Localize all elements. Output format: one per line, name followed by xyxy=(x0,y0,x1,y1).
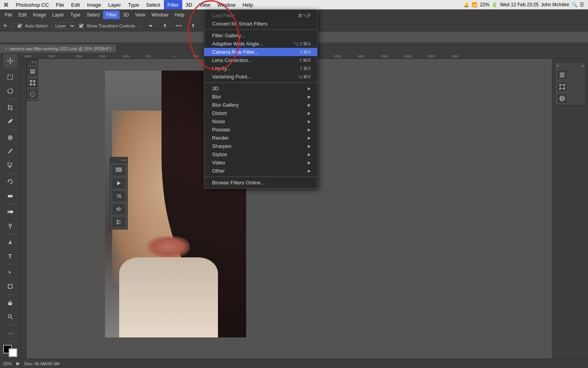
notification-icon: 🔔 xyxy=(463,2,469,7)
rectangular-marquee-tool[interactable] xyxy=(3,71,17,84)
menu-item-adaptive-wide[interactable]: Adaptive Wide Angle... ⌥⇧⌘A xyxy=(204,40,317,48)
svg-text:1000: 1000 xyxy=(122,55,129,58)
mac-menu-view[interactable]: View xyxy=(196,0,214,9)
ps-menu-layer[interactable]: Layer xyxy=(49,11,67,19)
ps-menu-3d[interactable]: 3D xyxy=(120,11,132,19)
menu-item-vanishing-point[interactable]: Vanishing Point... ⌥⌘V xyxy=(204,73,317,81)
mac-menu-layer[interactable]: Layer xyxy=(105,0,125,9)
mac-menu-edit[interactable]: Edit xyxy=(68,0,83,9)
align-left-icon[interactable]: ⬌ xyxy=(145,20,156,31)
brush-tool[interactable] xyxy=(3,145,17,158)
svg-rect-76 xyxy=(564,88,565,89)
mac-menu-filter[interactable]: Filter xyxy=(164,0,182,9)
ps-menu-window[interactable]: Window xyxy=(149,11,172,19)
extra-tools[interactable]: ⋯ xyxy=(3,327,17,340)
info-panel-icon[interactable]: i xyxy=(27,89,38,99)
mac-menu-photoshop[interactable]: Photoshop CC xyxy=(12,0,53,9)
filter-dropdown-menu[interactable]: Last Filter ⌘⌥F Convert for Smart Filter… xyxy=(204,9,318,189)
mac-menu-type[interactable]: Type xyxy=(125,0,143,9)
menu-item-pixelate[interactable]: Pixelate ▶ xyxy=(204,126,317,134)
apple-menu[interactable]: ⌘ xyxy=(0,0,12,9)
search-icon[interactable]: 🔍 xyxy=(572,2,577,7)
auto-select-dropdown[interactable]: Layer Group xyxy=(52,22,76,29)
menu-item-last-filter[interactable]: Last Filter ⌘⌥F xyxy=(204,11,317,20)
mac-menu-select[interactable]: Select xyxy=(143,0,164,9)
ps-menu-file[interactable]: File xyxy=(2,11,15,19)
show-transform-checkbox[interactable] xyxy=(79,24,83,28)
dodge-tool[interactable] xyxy=(3,219,17,232)
tab-close-btn[interactable]: × xyxy=(5,46,7,51)
hand-tool[interactable] xyxy=(3,297,17,310)
mac-menu-image[interactable]: Image xyxy=(83,0,105,9)
adjustments-icon[interactable] xyxy=(557,82,568,92)
menu-item-video[interactable]: Video ▶ xyxy=(204,158,317,167)
blur-label: Blur xyxy=(212,94,221,100)
menu-item-lens-correction[interactable]: Lens Correction... ⇧⌘R xyxy=(204,56,317,64)
menu-item-camera-raw[interactable]: Camera Raw Filter... ⇧⌘A xyxy=(204,48,317,56)
sound-icon[interactable] xyxy=(112,203,126,215)
gradient-tool[interactable] xyxy=(3,206,17,219)
align-right-icon[interactable]: ⟺ xyxy=(173,20,184,31)
play-action-icon[interactable] xyxy=(112,177,126,189)
ps-menu-view[interactable]: View xyxy=(132,11,149,19)
lasso-tool[interactable] xyxy=(3,84,17,97)
layers-icon[interactable] xyxy=(557,70,568,80)
menu-item-filter-gallery[interactable]: Filter Gallery... xyxy=(204,31,317,40)
globe-icon[interactable] xyxy=(557,93,568,104)
panel-expand-2[interactable]: » xyxy=(124,158,126,162)
mac-menu-3d[interactable]: 3D xyxy=(182,0,196,9)
zoom-tool[interactable] xyxy=(3,310,17,323)
eyedropper-tool[interactable] xyxy=(3,115,17,128)
panel-close-2[interactable]: × xyxy=(121,158,123,162)
menu-item-sharpen[interactable]: Sharpen ▶ xyxy=(204,142,317,150)
noise-label: Noise xyxy=(212,118,225,124)
mac-menu-window[interactable]: Window xyxy=(214,0,239,9)
path-selection-tool[interactable] xyxy=(3,266,17,279)
menu-item-distort[interactable]: Distort ▶ xyxy=(204,109,317,117)
ps-menu-help[interactable]: Help xyxy=(171,11,187,19)
align-center-icon[interactable]: ⬍ xyxy=(159,20,170,31)
menu-item-noise[interactable]: Noise ▶ xyxy=(204,117,317,126)
text-tool[interactable]: T xyxy=(3,250,17,262)
panel-close-1[interactable]: × xyxy=(32,60,34,64)
menu-item-convert-smart[interactable]: Convert for Smart Filters xyxy=(204,20,317,28)
menu-item-blur[interactable]: Blur ▶ xyxy=(204,93,317,101)
transform-panel-icon[interactable] xyxy=(27,78,38,88)
healing-brush-tool[interactable] xyxy=(3,131,17,144)
history-brush-tool[interactable] xyxy=(3,175,17,188)
pen-tool[interactable] xyxy=(3,236,17,249)
menu-item-stylize[interactable]: Stylize ▶ xyxy=(204,150,317,158)
ps-menu-image[interactable]: Image xyxy=(30,11,49,19)
color-picker[interactable] xyxy=(3,345,17,357)
clone-stamp-tool[interactable] xyxy=(3,159,17,172)
menu-item-other[interactable]: Other ▶ xyxy=(204,167,317,175)
panel-expand-1[interactable]: » xyxy=(34,60,37,64)
grid-list-icon[interactable] xyxy=(112,216,126,228)
mac-menu-help[interactable]: Help xyxy=(239,0,257,9)
layers-panel-icon[interactable] xyxy=(27,66,38,77)
layers-panel-close[interactable]: × xyxy=(557,64,559,68)
align-top-icon[interactable]: ⬆ xyxy=(187,20,198,31)
menu-item-3d[interactable]: 3D ▶ xyxy=(204,84,317,93)
menu-item-browse-online[interactable]: Browse Filters Online... xyxy=(204,179,317,187)
eraser-tool[interactable] xyxy=(3,189,17,202)
tool-sep-4 xyxy=(4,173,16,174)
menu-item-render[interactable]: Render ▶ xyxy=(204,134,317,142)
ps-menu-filter[interactable]: Filter xyxy=(103,11,120,19)
ps-menu-edit[interactable]: Edit xyxy=(15,11,30,19)
document-tab[interactable]: × camera-raw-filter-working-1021.psd @ 2… xyxy=(0,44,116,53)
layer-stack-icon[interactable] xyxy=(112,164,126,176)
list-adjust-icon[interactable] xyxy=(112,190,126,202)
status-arrow[interactable]: ▶ xyxy=(16,361,20,366)
layers-panel-expand[interactable]: » xyxy=(582,64,584,68)
menu-item-liquify[interactable]: Liquify... ⇧⌘X xyxy=(204,64,317,73)
ps-menu-select[interactable]: Select xyxy=(83,11,103,19)
auto-select-checkbox[interactable] xyxy=(17,24,22,28)
background-color[interactable] xyxy=(9,348,17,357)
move-tool[interactable] xyxy=(3,54,17,67)
mac-menu-file[interactable]: File xyxy=(53,0,68,9)
ps-menu-type[interactable]: Type xyxy=(67,11,83,19)
crop-tool[interactable] xyxy=(3,101,17,114)
shape-tool[interactable] xyxy=(3,280,17,293)
menu-item-blur-gallery[interactable]: Blur Gallery ▶ xyxy=(204,101,317,109)
